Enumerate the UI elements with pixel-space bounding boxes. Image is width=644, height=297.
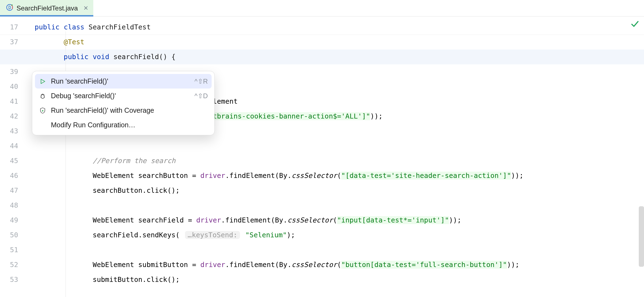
code-line[interactable]	[35, 139, 644, 153]
line-number[interactable]: 49	[0, 213, 25, 228]
line-number[interactable]: 37	[0, 35, 25, 50]
menu-item-debug[interactable]: Debug 'searchField()' ^⇧D	[32, 89, 214, 103]
run-context-menu: Run 'searchField()' ^⇧R Debug 'searchFie…	[32, 71, 215, 135]
menu-item-label: Modify Run Configuration…	[51, 121, 135, 129]
menu-item-label: Debug 'searchField()'	[51, 92, 116, 100]
line-number[interactable]: 40	[0, 79, 25, 94]
line-number[interactable]: 43	[0, 124, 25, 139]
tab-title: SearchFieldTest.java	[17, 4, 78, 12]
play-icon	[39, 78, 47, 85]
menu-item-modify-config[interactable]: Modify Run Configuration…	[32, 118, 214, 132]
code-line[interactable]: WebElement searchButton = driver.findEle…	[35, 168, 644, 183]
test-class-icon	[6, 4, 13, 13]
code-line[interactable]: //Perform the search	[35, 153, 644, 168]
close-icon[interactable]	[83, 4, 88, 12]
code-line[interactable]: submitButton.click();	[35, 272, 644, 287]
menu-item-run-coverage[interactable]: Run 'searchField()' with Coverage	[32, 103, 214, 118]
line-number[interactable]: 44	[0, 139, 25, 153]
menu-item-run[interactable]: Run 'searchField()' ^⇧R	[35, 74, 212, 89]
tab-bar: SearchFieldTest.java	[0, 0, 644, 16]
code-line[interactable]: public void searchField() {	[35, 50, 644, 64]
menu-item-shortcut: ^⇧D	[194, 92, 208, 100]
line-number[interactable]: 51	[0, 243, 25, 257]
code-line[interactable]: searchButton.click();	[35, 183, 644, 198]
code-line[interactable]: @Test	[35, 35, 644, 50]
line-number[interactable]: 50	[0, 228, 25, 243]
line-number[interactable]: 45	[0, 153, 25, 168]
code-line[interactable]: WebElement searchField = driver.findElem…	[35, 213, 644, 228]
line-number[interactable]: 42	[0, 109, 25, 124]
line-number[interactable]: 41	[0, 94, 25, 109]
code-line[interactable]	[35, 198, 644, 213]
coverage-icon	[39, 107, 47, 114]
line-number[interactable]: 53	[0, 272, 25, 287]
menu-item-label: Run 'searchField()'	[51, 77, 108, 85]
line-number[interactable]: 17	[0, 20, 25, 35]
line-number[interactable]: 52	[0, 257, 25, 272]
code-area[interactable]: public class SearchFieldTest @Test publi…	[35, 16, 644, 297]
inlay-hint[interactable]: …keysToSend:	[185, 231, 240, 239]
svg-point-2	[41, 95, 44, 98]
code-line[interactable]: WebElement submitButton = driver.findEle…	[35, 257, 644, 272]
code-line[interactable]: searchField.sendKeys( …keysToSend: "Sele…	[35, 228, 644, 243]
line-number[interactable]: 47	[0, 183, 25, 198]
editor[interactable]: 17 37 38 39 40 41 42 43 44 45 46 47 48 4…	[0, 16, 644, 297]
tab-file[interactable]: SearchFieldTest.java	[0, 0, 93, 16]
line-number[interactable]: 39	[0, 64, 25, 79]
line-number[interactable]: 48	[0, 198, 25, 213]
line-number[interactable]: 46	[0, 168, 25, 183]
code-line[interactable]: public class SearchFieldTest	[35, 20, 644, 35]
menu-item-label: Run 'searchField()' with Coverage	[51, 106, 154, 114]
code-line[interactable]	[35, 243, 644, 257]
menu-item-shortcut: ^⇧R	[194, 78, 208, 85]
bug-icon	[39, 93, 47, 99]
